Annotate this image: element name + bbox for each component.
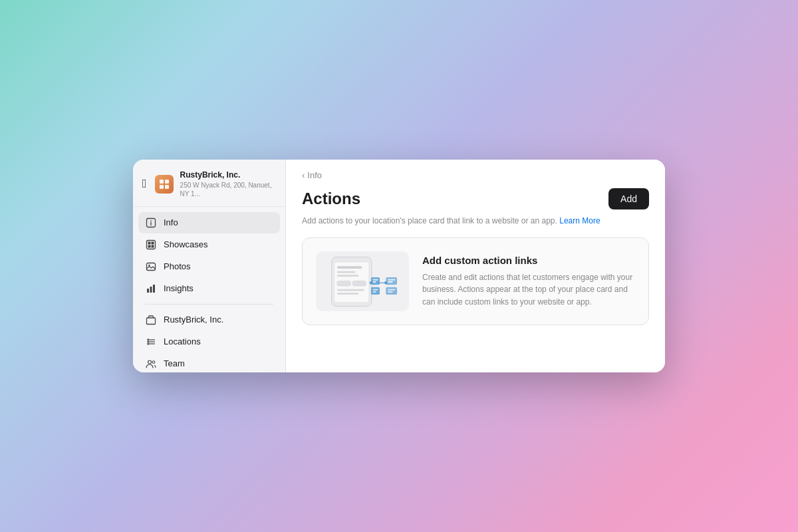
card-body: Add custom action links Create and edit … xyxy=(422,255,635,309)
svg-rect-1 xyxy=(165,180,169,184)
insights-icon xyxy=(145,283,157,295)
svg-rect-10 xyxy=(148,245,151,247)
svg-point-22 xyxy=(148,360,152,364)
sidebar-item-rustybrick-label: RustyBrick, Inc. xyxy=(164,315,223,325)
sidebar-item-info[interactable]: Info xyxy=(138,212,280,233)
brand-info: RustyBrick, Inc. 250 W Nyack Rd, 200, Na… xyxy=(180,170,276,198)
svg-rect-0 xyxy=(160,180,164,184)
svg-rect-46 xyxy=(388,289,395,290)
breadcrumb-text[interactable]: Info xyxy=(307,170,322,180)
showcases-icon xyxy=(145,239,157,251)
sidebar-item-team-label: Team xyxy=(164,358,185,368)
svg-rect-3 xyxy=(165,185,169,189)
svg-point-13 xyxy=(148,264,150,265)
sidebar-item-info-label: Info xyxy=(164,217,178,227)
svg-rect-32 xyxy=(337,293,359,295)
back-chevron-icon: ‹ xyxy=(302,170,305,180)
sidebar-item-photos[interactable]: Photos xyxy=(138,256,280,277)
svg-rect-30 xyxy=(352,281,366,285)
learn-more-link[interactable]: Learn More xyxy=(559,216,600,225)
sidebar-item-insights[interactable]: Insights xyxy=(138,278,280,299)
brand-logo-icon xyxy=(155,175,174,194)
svg-rect-39 xyxy=(373,291,376,292)
sidebar-item-team[interactable]: Team xyxy=(138,353,280,372)
sidebar-header:  RustyBrick, Inc. 250 W Nyack Rd, 200, … xyxy=(133,160,285,207)
svg-rect-36 xyxy=(373,279,378,280)
svg-point-40 xyxy=(370,281,373,285)
page-header: Actions Add xyxy=(302,188,649,209)
info-card: Add custom action links Create and edit … xyxy=(302,237,649,325)
sidebar-item-locations-label: Locations xyxy=(164,336,201,346)
svg-rect-11 xyxy=(152,245,154,247)
apple-logo-icon:  xyxy=(142,177,147,191)
card-description: Create and edit actions that let custome… xyxy=(422,271,635,309)
brand-address: 250 W Nyack Rd, 200, Nanuet, NY 1... xyxy=(180,181,276,198)
photos-icon xyxy=(145,261,157,273)
sidebar-divider xyxy=(145,304,273,305)
sidebar-nav: Info Showcases xyxy=(133,207,285,372)
sidebar-item-showcases-label: Showcases xyxy=(164,239,207,249)
svg-rect-37 xyxy=(373,281,376,283)
svg-rect-28 xyxy=(337,275,359,277)
brand-name: RustyBrick, Inc. xyxy=(180,170,276,181)
team-icon xyxy=(145,358,157,370)
svg-rect-26 xyxy=(337,266,362,269)
svg-rect-38 xyxy=(373,289,378,290)
svg-rect-31 xyxy=(337,289,364,291)
svg-rect-2 xyxy=(160,185,164,189)
svg-rect-35 xyxy=(371,287,380,294)
sidebar-item-insights-label: Insights xyxy=(164,283,194,293)
svg-rect-27 xyxy=(337,271,356,273)
app-window:  RustyBrick, Inc. 250 W Nyack Rd, 200, … xyxy=(133,160,665,372)
svg-point-23 xyxy=(152,360,155,363)
svg-rect-45 xyxy=(386,287,397,294)
sidebar-item-showcases[interactable]: Showcases xyxy=(138,234,280,255)
add-button[interactable]: Add xyxy=(608,188,649,209)
svg-rect-15 xyxy=(150,287,152,293)
svg-rect-44 xyxy=(388,281,392,283)
svg-rect-47 xyxy=(388,291,392,292)
business-icon xyxy=(145,314,157,326)
page-description: Add actions to your location's place car… xyxy=(302,215,649,227)
breadcrumb: ‹ Info xyxy=(302,170,649,180)
svg-rect-17 xyxy=(147,318,156,325)
card-title: Add custom action links xyxy=(422,255,635,266)
svg-rect-9 xyxy=(152,241,154,244)
sidebar:  RustyBrick, Inc. 250 W Nyack Rd, 200, … xyxy=(133,160,286,372)
info-icon xyxy=(145,217,157,229)
svg-rect-14 xyxy=(147,289,149,293)
svg-rect-12 xyxy=(147,263,156,270)
svg-rect-42 xyxy=(386,277,397,285)
svg-rect-8 xyxy=(148,241,151,244)
card-illustration xyxy=(316,251,409,311)
sidebar-item-photos-label: Photos xyxy=(164,261,190,271)
svg-rect-29 xyxy=(337,281,350,285)
page-title: Actions xyxy=(302,190,360,208)
svg-rect-7 xyxy=(147,240,156,249)
main-content: ‹ Info Actions Add Add actions to your l… xyxy=(286,160,665,372)
sidebar-item-locations[interactable]: Locations xyxy=(138,331,280,352)
sidebar-item-rustybrick[interactable]: RustyBrick, Inc. xyxy=(138,309,280,331)
svg-rect-16 xyxy=(153,285,155,293)
locations-icon xyxy=(145,336,157,348)
svg-rect-43 xyxy=(388,279,395,280)
